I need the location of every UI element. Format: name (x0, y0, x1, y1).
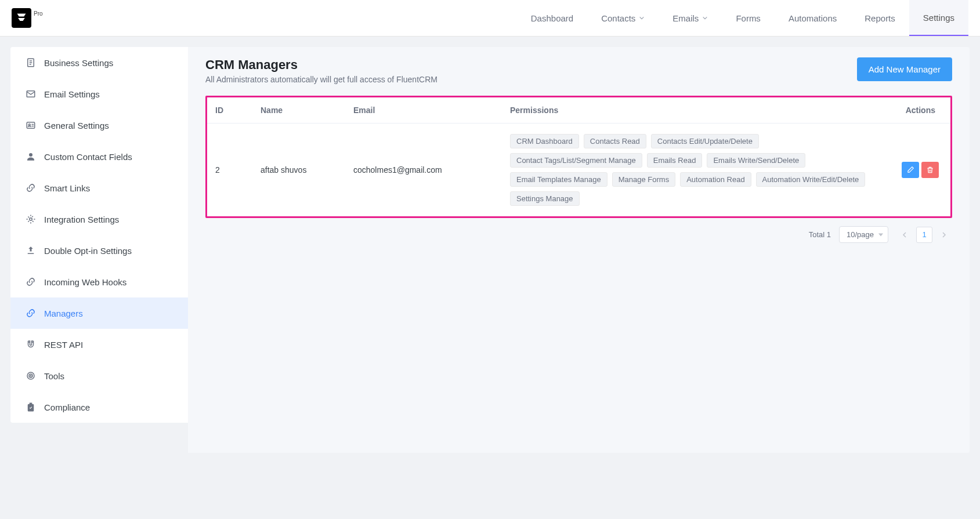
magnet-icon (26, 339, 36, 350)
clipboard-check-icon (26, 402, 36, 412)
permission-tag: Emails Write/Send/Delete (707, 153, 805, 168)
th-id: ID (207, 97, 254, 124)
th-name: Name (254, 97, 346, 124)
permission-tags: CRM Dashboard Contacts Read Contacts Edi… (510, 134, 880, 206)
permission-tag: Settings Manage (510, 191, 580, 206)
sidebar-item-compliance[interactable]: Compliance (10, 391, 188, 423)
topnav: Dashboard Contacts Emails Forms Automati… (517, 0, 968, 36)
nav-label: Automations (789, 13, 837, 23)
th-actions: Actions (887, 97, 950, 124)
nav-label: Forms (736, 13, 761, 23)
page-size-value: 10/page (847, 230, 874, 239)
permission-tag: Automation Write/Edit/Delete (756, 172, 866, 187)
sidebar-item-label: General Settings (44, 121, 109, 130)
th-email: Email (346, 97, 503, 124)
sidebar-item-integration-settings[interactable]: Integration Settings (10, 204, 188, 235)
nav-dashboard[interactable]: Dashboard (517, 0, 587, 36)
prev-page-button[interactable] (896, 227, 913, 243)
sidebar-item-rest-api[interactable]: REST API (10, 329, 188, 360)
link-icon (26, 183, 36, 193)
mail-icon (26, 89, 36, 99)
edit-button[interactable] (902, 162, 919, 178)
permission-tag: Manage Forms (612, 172, 675, 187)
sidebar-item-label: Email Settings (44, 89, 100, 99)
topbar: Pro Dashboard Contacts Emails Forms Auto… (0, 0, 980, 37)
chevron-down-icon (639, 15, 645, 21)
link-icon (26, 308, 36, 318)
page-number[interactable]: 1 (916, 227, 932, 243)
managers-table: ID Name Email Permissions Actions 2 afta… (207, 97, 950, 216)
nav-label: Contacts (601, 13, 635, 23)
nav-reports[interactable]: Reports (851, 0, 909, 36)
svg-point-8 (30, 218, 32, 221)
sidebar-item-label: Integration Settings (44, 215, 119, 224)
page-subtitle: All Administrators automatically will ge… (205, 75, 437, 84)
sidebar: Business Settings Email Settings General… (10, 47, 188, 423)
next-page-button[interactable] (936, 227, 952, 243)
cell-actions (887, 124, 950, 217)
permission-tag: Contacts Edit/Update/Delete (651, 134, 759, 148)
svg-point-7 (29, 153, 32, 157)
sidebar-item-label: Custom Contact Fields (44, 152, 132, 162)
sidebar-item-managers[interactable]: Managers (10, 297, 188, 329)
sidebar-item-label: Business Settings (44, 58, 113, 68)
gear-icon (26, 214, 36, 224)
nav-label: Reports (865, 13, 895, 23)
add-new-manager-button[interactable]: Add New Manager (857, 57, 952, 81)
th-permissions: Permissions (503, 97, 887, 124)
permission-tag: Contacts Read (584, 134, 646, 148)
permission-tag: Automation Read (680, 172, 751, 187)
page-size-select[interactable]: 10/page (839, 226, 888, 243)
logo-badge: Pro (34, 10, 43, 17)
nav-label: Settings (923, 13, 954, 23)
svg-rect-5 (27, 122, 35, 129)
permission-tag: Emails Read (647, 153, 703, 168)
cell-name: aftab shuvos (254, 124, 346, 217)
link-icon (26, 277, 36, 287)
sidebar-item-label: Tools (44, 371, 64, 381)
user-icon (26, 151, 36, 162)
svg-point-6 (28, 124, 30, 126)
sidebar-item-webhooks[interactable]: Incoming Web Hooks (10, 266, 188, 297)
sidebar-item-label: REST API (44, 340, 83, 350)
table-header-row: ID Name Email Permissions Actions (207, 97, 950, 124)
sidebar-item-tools[interactable]: Tools (10, 360, 188, 391)
target-icon (26, 371, 36, 381)
chevron-right-icon (941, 231, 948, 238)
sidebar-item-general-settings[interactable]: General Settings (10, 110, 188, 141)
total-label: Total 1 (809, 230, 831, 239)
sidebar-item-label: Smart Links (44, 183, 90, 193)
sidebar-item-smart-links[interactable]: Smart Links (10, 172, 188, 204)
delete-button[interactable] (921, 162, 939, 178)
chevron-left-icon (901, 231, 908, 238)
sidebar-item-business-settings[interactable]: Business Settings (10, 47, 188, 78)
svg-point-11 (30, 375, 31, 376)
sidebar-item-label: Managers (44, 309, 83, 318)
cell-permissions: CRM Dashboard Contacts Read Contacts Edi… (503, 124, 887, 217)
cell-email: cocholmes1@gmail.com (346, 124, 503, 217)
managers-table-highlight: ID Name Email Permissions Actions 2 afta… (205, 96, 952, 218)
nav-forms[interactable]: Forms (722, 0, 775, 36)
id-card-icon (26, 120, 36, 130)
sidebar-item-double-optin[interactable]: Double Opt-in Settings (10, 235, 188, 266)
upload-icon (26, 245, 36, 256)
layout: Business Settings Email Settings General… (0, 37, 980, 463)
nav-label: Emails (672, 13, 699, 23)
logo[interactable]: Pro (12, 8, 43, 28)
sidebar-item-custom-contact-fields[interactable]: Custom Contact Fields (10, 141, 188, 172)
chevron-down-icon (702, 15, 708, 21)
nav-label: Dashboard (531, 13, 573, 23)
sidebar-item-email-settings[interactable]: Email Settings (10, 78, 188, 110)
trash-icon (926, 166, 934, 174)
table-row: 2 aftab shuvos cocholmes1@gmail.com CRM … (207, 124, 950, 217)
page-title: CRM Managers (205, 57, 437, 72)
permission-tag: Contact Tags/List/Segment Manage (510, 153, 642, 168)
nav-contacts[interactable]: Contacts (587, 0, 659, 36)
cell-id: 2 (207, 124, 254, 217)
pagination: Total 1 10/page 1 (205, 226, 952, 243)
pager: 1 (896, 227, 952, 243)
nav-automations[interactable]: Automations (775, 0, 851, 36)
nav-emails[interactable]: Emails (659, 0, 722, 36)
permission-tag: Email Templates Manage (510, 172, 607, 187)
nav-settings[interactable]: Settings (909, 0, 968, 36)
